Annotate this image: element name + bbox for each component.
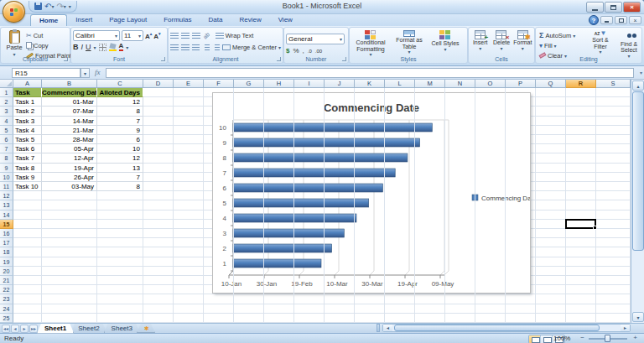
cell-commencing-date[interactable]: 26-Apr bbox=[42, 173, 97, 182]
scroll-right-button[interactable]: ▸ bbox=[621, 325, 630, 331]
delete-cells-dropdown-arrow[interactable]: ▾ bbox=[500, 46, 502, 52]
bar-task-5[interactable] bbox=[233, 199, 369, 207]
selected-cell-R15[interactable] bbox=[565, 219, 596, 229]
sheet-tab-sheet1[interactable]: Sheet1 bbox=[37, 324, 74, 334]
row-header-17[interactable]: 17 bbox=[0, 238, 13, 247]
autosum-dropdown-arrow[interactable]: ▾ bbox=[573, 33, 575, 39]
column-header-H[interactable]: H bbox=[264, 80, 294, 88]
cell-task-name[interactable]: Task 2 bbox=[13, 107, 42, 116]
cell-task-name[interactable]: Task 10 bbox=[13, 182, 42, 191]
align-left-button[interactable] bbox=[170, 44, 179, 50]
row-header-14[interactable]: 14 bbox=[0, 210, 13, 220]
row-header-25[interactable]: 25 bbox=[0, 314, 13, 323]
page-layout-view-button[interactable] bbox=[541, 335, 553, 343]
align-middle-button[interactable] bbox=[181, 33, 190, 39]
cells-layer[interactable]: 10-Jan30-Jan19-Feb10-Mar30-Mar19-Apr09-M… bbox=[13, 88, 631, 323]
ribbon-tab-page-layout[interactable]: Page Layout bbox=[101, 14, 155, 26]
column-header-K[interactable]: K bbox=[355, 80, 385, 88]
alignment-dialog-launcher[interactable] bbox=[277, 57, 281, 61]
conditional-formatting-button[interactable]: Conditional Formatting ▾ bbox=[351, 29, 390, 55]
office-button[interactable] bbox=[3, 1, 25, 23]
sort-filter-dropdown-arrow[interactable]: ▾ bbox=[599, 49, 601, 55]
cell-alloted-days[interactable]: 8 bbox=[97, 107, 143, 116]
ribbon-tab-review[interactable]: Review bbox=[231, 14, 269, 26]
horizontal-scrollbar[interactable]: ◂ ▸ bbox=[382, 324, 631, 332]
underline-button[interactable]: U bbox=[86, 43, 91, 51]
autosum-button[interactable]: ΣAutoSum▾ bbox=[539, 30, 575, 40]
cell-alloted-days[interactable]: 10 bbox=[97, 144, 143, 153]
cell-alloted-days[interactable]: 8 bbox=[97, 182, 143, 191]
cell-styles-dropdown-arrow[interactable]: ▾ bbox=[444, 47, 446, 53]
column-header-L[interactable]: L bbox=[385, 80, 415, 88]
cell-commencing-date[interactable]: 01-Mar bbox=[42, 97, 97, 107]
cell-commencing-date[interactable]: 12-Apr bbox=[42, 153, 97, 163]
scroll-down-button[interactable]: ▾ bbox=[632, 312, 644, 322]
zoom-out-button[interactable]: − bbox=[579, 335, 586, 342]
close-button[interactable]: × bbox=[623, 2, 641, 13]
tab-split-handle[interactable] bbox=[377, 324, 380, 332]
table-header-task[interactable]: Task bbox=[13, 88, 42, 97]
column-header-Q[interactable]: Q bbox=[536, 80, 566, 88]
wrap-text-button[interactable]: Wrap Text bbox=[216, 30, 254, 40]
increase-indent-button[interactable] bbox=[212, 44, 220, 50]
row-header-8[interactable]: 8 bbox=[0, 153, 13, 163]
format-as-table-dropdown-arrow[interactable]: ▾ bbox=[408, 49, 410, 55]
row-header-18[interactable]: 18 bbox=[0, 247, 13, 257]
cell-commencing-date[interactable]: 03-May bbox=[42, 182, 97, 191]
row-header-7[interactable]: 7 bbox=[0, 144, 13, 153]
horizontal-scrollbar-thumb[interactable] bbox=[394, 325, 600, 331]
ribbon-tab-formulas[interactable]: Formulas bbox=[155, 14, 200, 26]
italic-button[interactable]: I bbox=[81, 43, 84, 51]
row-header-13[interactable]: 13 bbox=[0, 200, 13, 210]
previous-sheet-button[interactable]: ◂ bbox=[11, 325, 19, 333]
column-header-A[interactable]: A bbox=[13, 80, 42, 88]
row-header-21[interactable]: 21 bbox=[0, 276, 13, 285]
workbook-close-button[interactable]: × bbox=[629, 16, 641, 24]
name-box-dropdown-arrow[interactable]: ▾ bbox=[80, 68, 90, 78]
restore-button[interactable] bbox=[605, 2, 622, 13]
vertical-scrollbar-thumb[interactable] bbox=[632, 91, 644, 251]
cell-alloted-days[interactable]: 12 bbox=[97, 153, 143, 163]
percent-style-button[interactable]: % bbox=[293, 47, 299, 55]
insert-function-button[interactable]: fx bbox=[95, 68, 101, 76]
number-format-combo[interactable]: General▾ bbox=[286, 34, 345, 44]
comma-style-button[interactable]: , bbox=[303, 47, 304, 55]
font-name-dropdown-arrow[interactable]: ▾ bbox=[115, 33, 117, 39]
cell-task-name[interactable]: Task 7 bbox=[13, 153, 42, 163]
commencing-date-chart[interactable]: 10-Jan30-Jan19-Feb10-Mar30-Mar19-Apr09-M… bbox=[212, 92, 531, 294]
font-color-dropdown-arrow[interactable]: ▾ bbox=[126, 44, 128, 50]
expand-formula-bar-button[interactable]: ▾ bbox=[640, 70, 642, 75]
bar-task-7[interactable] bbox=[233, 169, 395, 177]
sort-filter-button[interactable]: AZ▼ Sort & Filter ▾ bbox=[586, 29, 615, 60]
copy-button[interactable]: Copy bbox=[26, 40, 77, 50]
row-header-2[interactable]: 2 bbox=[0, 97, 13, 107]
cell-task-name[interactable]: Task 6 bbox=[13, 144, 42, 153]
grow-font-button[interactable]: A▴ bbox=[145, 31, 152, 40]
row-header-6[interactable]: 6 bbox=[0, 135, 13, 144]
row-header-1[interactable]: 1 bbox=[0, 88, 13, 97]
borders-button[interactable] bbox=[99, 44, 106, 51]
column-header-P[interactable]: P bbox=[506, 80, 536, 88]
cell-commencing-date[interactable]: 21-Mar bbox=[42, 126, 97, 135]
column-header-S[interactable]: S bbox=[596, 80, 631, 88]
cell-commencing-date[interactable]: 28-Mar bbox=[42, 135, 97, 144]
row-header-19[interactable]: 19 bbox=[0, 257, 13, 267]
row-header-20[interactable]: 20 bbox=[0, 267, 13, 276]
delete-cells-button[interactable]: × Delete ▾ bbox=[491, 29, 511, 55]
bar-task-8[interactable] bbox=[233, 153, 408, 162]
ribbon-tab-view[interactable]: View bbox=[270, 14, 301, 26]
bar-task-1[interactable] bbox=[233, 259, 321, 268]
cell-task-name[interactable]: Task 8 bbox=[13, 164, 42, 173]
row-header-23[interactable]: 23 bbox=[0, 294, 13, 304]
cut-button[interactable]: ✂Cut bbox=[26, 30, 77, 40]
table-header-alloted-days[interactable]: Alloted Days bbox=[97, 88, 143, 97]
column-header-J[interactable]: J bbox=[325, 80, 355, 88]
ribbon-tab-home[interactable]: Home bbox=[30, 14, 67, 26]
column-header-D[interactable]: D bbox=[143, 80, 174, 88]
cell-styles-button[interactable]: Cell Styles ▾ bbox=[428, 29, 462, 55]
cell-commencing-date[interactable]: 14-Mar bbox=[42, 117, 97, 126]
cell-alloted-days[interactable]: 7 bbox=[97, 173, 143, 182]
bar-task-4[interactable] bbox=[233, 214, 356, 222]
row-header-15[interactable]: 15 bbox=[0, 220, 13, 229]
format-as-table-button[interactable]: Format as Table ▾ bbox=[392, 29, 427, 55]
